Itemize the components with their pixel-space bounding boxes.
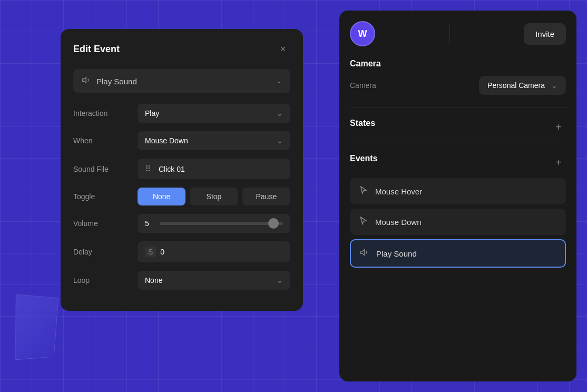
add-state-button[interactable]: + <box>551 120 566 134</box>
toggle-stop-button[interactable]: Stop <box>190 188 238 205</box>
sound-file-row: Sound File ⠿ Click 01 <box>73 159 290 179</box>
sound-file-value: Click 01 <box>159 165 185 173</box>
delay-label: Delay <box>73 248 131 256</box>
interaction-row: Interaction Play ⌄ <box>73 104 290 123</box>
when-row: When Mouse Down ⌄ <box>73 131 290 150</box>
loop-label: Loop <box>73 276 131 285</box>
events-list: Mouse Hover Mouse Down Play Sound <box>350 178 566 272</box>
volume-field: 5 <box>138 214 290 233</box>
chevron-down-icon: ⌄ <box>551 81 557 90</box>
vertical-divider <box>449 24 450 43</box>
camera-row: Camera Personal Camera ⌄ <box>350 76 566 95</box>
add-event-button[interactable]: + <box>551 155 566 170</box>
events-title: Events <box>350 154 377 163</box>
event-label-mouse-down: Mouse Down <box>375 218 422 227</box>
edit-event-modal: Edit Event × Play Sound ⌄ Interaction Pl… <box>61 29 303 311</box>
events-section-header: Events + <box>350 154 566 171</box>
when-select[interactable]: Mouse Down ⌄ <box>138 131 290 150</box>
toggle-row: Toggle None Stop Pause <box>73 188 290 205</box>
chevron-down-icon: ⌄ <box>277 109 283 117</box>
sound-file-label: Sound File <box>73 165 131 173</box>
states-section-header: States + <box>350 119 566 135</box>
section-divider <box>350 107 566 108</box>
volume-value: 5 <box>145 219 153 228</box>
states-title: States <box>350 119 375 128</box>
toggle-group: None Stop Pause <box>138 188 290 205</box>
slider-thumb[interactable] <box>268 218 279 229</box>
mouse-hover-icon <box>358 185 369 197</box>
play-sound-event-icon <box>359 248 370 259</box>
event-label-play-sound: Play Sound <box>376 249 417 258</box>
when-value: Mouse Down <box>145 136 188 145</box>
delay-value: 0 <box>160 248 164 256</box>
drag-dots-icon: ⠿ <box>145 164 152 174</box>
toggle-none-button[interactable]: None <box>138 188 185 205</box>
chevron-down-icon: ⌄ <box>277 276 283 285</box>
sound-file-field[interactable]: ⠿ Click 01 <box>138 159 290 179</box>
invite-button[interactable]: Invite <box>524 23 566 45</box>
close-button[interactable]: × <box>276 42 290 56</box>
interaction-value: Play <box>145 109 159 117</box>
play-sound-label: Play Sound <box>96 77 271 86</box>
event-item-play-sound[interactable]: Play Sound <box>350 239 566 268</box>
panel-header: W Invite <box>350 21 566 46</box>
avatar: W <box>350 21 375 46</box>
loop-value: None <box>145 276 162 285</box>
mouse-down-icon <box>358 216 369 228</box>
camera-label: Camera <box>350 81 376 90</box>
loop-select[interactable]: None ⌄ <box>138 271 290 290</box>
when-label: When <box>73 136 131 145</box>
play-sound-dropdown[interactable]: Play Sound ⌄ <box>73 69 290 93</box>
volume-row: Volume 5 <box>73 214 290 233</box>
camera-section: Camera Camera Personal Camera ⌄ <box>350 59 566 107</box>
interaction-label: Interaction <box>73 109 131 117</box>
toggle-pause-button[interactable]: Pause <box>242 188 290 205</box>
chevron-down-icon: ⌄ <box>277 136 283 145</box>
event-item-mouse-down[interactable]: Mouse Down <box>350 209 566 235</box>
delay-s-badge: S <box>145 247 156 257</box>
volume-slider[interactable] <box>160 222 283 225</box>
event-item-mouse-hover[interactable]: Mouse Hover <box>350 178 566 204</box>
chevron-down-icon: ⌄ <box>277 77 282 85</box>
delay-row: Delay S 0 <box>73 241 290 262</box>
modal-title: Edit Event <box>73 44 120 55</box>
event-label-mouse-hover: Mouse Hover <box>375 187 422 196</box>
camera-section-title: Camera <box>350 59 566 68</box>
camera-value: Personal Camera <box>487 81 545 90</box>
loop-row: Loop None ⌄ <box>73 271 290 290</box>
section-divider-2 <box>350 143 566 143</box>
camera-select[interactable]: Personal Camera ⌄ <box>479 76 566 95</box>
delay-field[interactable]: S 0 <box>138 241 290 262</box>
interaction-select[interactable]: Play ⌄ <box>138 104 290 123</box>
svg-marker-2 <box>361 250 365 256</box>
speaker-icon <box>82 75 91 87</box>
volume-label: Volume <box>73 219 131 228</box>
decorative-shape <box>15 294 59 360</box>
svg-marker-0 <box>83 77 86 83</box>
modal-header: Edit Event × <box>73 42 290 56</box>
toggle-label: Toggle <box>73 192 131 201</box>
right-panel: W Invite Camera Camera Personal Camera ⌄… <box>339 11 576 381</box>
